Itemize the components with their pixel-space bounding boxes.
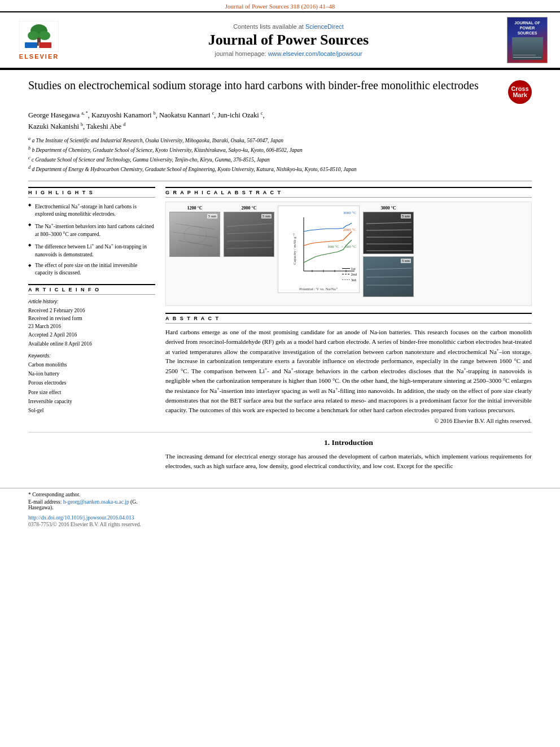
two-column-area: H I G H L I G H T S ◆Electrochemical Na+… [28, 187, 532, 424]
doi-section: http://dx.doi.org/10.1016/j.jpowsour.201… [28, 515, 532, 527]
left-column: H I G H L I G H T S ◆Electrochemical Na+… [28, 187, 155, 424]
svg-line-15 [227, 247, 272, 248]
ga-chart: Capacity / mAh g⁻¹ Potential / V vs. Na/… [278, 206, 360, 293]
received-date: Received 2 February 2016 [28, 306, 155, 315]
svg-line-12 [227, 224, 272, 226]
highlight-item-3: ◆The difference between Li+ and Na+ ion-… [28, 242, 155, 259]
svg-line-14 [227, 241, 272, 241]
article-info-header: A R T I C L E I N F O [28, 284, 155, 295]
sciencedirect-link[interactable]: ScienceDirect [305, 23, 344, 30]
issn-line: 0378-7753/© 2016 Elsevier B.V. All right… [28, 522, 532, 527]
svg-rect-5 [25, 42, 37, 48]
elsevier-logo: ELSEVIER [8, 21, 70, 60]
keyword-6: Sol-gel [28, 406, 155, 415]
journal-cover: JOURNAL OFPOWERSOURCES [507, 17, 552, 63]
article-title-row: Studies on electrochemical sodium storag… [28, 78, 532, 104]
crossmark-badge: CrossMark [508, 80, 532, 104]
svg-rect-6 [39, 42, 51, 48]
citation-text: Journal of Power Sources 318 (2016) 41–4… [225, 3, 335, 10]
elsevier-tree-icon [19, 21, 59, 52]
keywords-list: Carbon monoliths Na-ion battery Porous e… [28, 360, 155, 415]
introduction-text: The increasing demand for electrical ene… [165, 452, 532, 471]
introduction-heading: 1. Introduction [165, 438, 532, 447]
article-content: Studies on electrochemical sodium storag… [0, 70, 560, 424]
top-bar: Journal of Power Sources 318 (2016) 41–4… [0, 0, 560, 11]
highlights-list: ◆Electrochemical Na+-storage in hard car… [28, 202, 155, 278]
graphical-abstract-header: G R A P H I C A L A B S T R A C T [165, 187, 532, 198]
affiliation-d: d d Department of Energy & Hydrocarbon C… [28, 164, 532, 174]
doi-link-line: http://dx.doi.org/10.1016/j.jpowsour.201… [28, 515, 532, 521]
abstract-section: A B S T R A C T Hard carbons emerge as o… [165, 313, 532, 424]
accepted-date: Accepted 2 April 2016 [28, 330, 155, 339]
corresponding-author: * Corresponding author. [28, 492, 155, 497]
doi-link[interactable]: http://dx.doi.org/10.1016/j.jpowsour.201… [28, 515, 134, 521]
received-revised-date: Received in revised form23 March 2016 [28, 315, 155, 330]
ga-image-1200: 1200 °C 5 nm [169, 206, 220, 257]
abstract-text: Hard carbons emerge as one of the most p… [165, 327, 532, 415]
svg-line-27 [366, 268, 412, 269]
svg-line-23 [366, 230, 412, 230]
header-center: Contents lists available at ScienceDirec… [75, 23, 502, 57]
affiliations: a a The Institute of Scientific and Indu… [28, 136, 532, 174]
email-link[interactable]: h-georg@sanken.osaka-u.ac.jp [63, 499, 129, 505]
journal-header: ELSEVIER Contents lists available at Sci… [0, 11, 560, 68]
journal-homepage: journal homepage: www.elsevier.com/locat… [75, 50, 502, 57]
introduction-section: 1. Introduction The increasing demand fo… [0, 433, 560, 471]
keyword-4: Pore size effect [28, 388, 155, 397]
highlight-item-4: ◆The effect of pore size on the initial … [28, 262, 155, 278]
keyword-1: Carbon monoliths [28, 360, 155, 369]
homepage-link[interactable]: www.elsevier.com/locate/jpowsour [268, 50, 362, 57]
journal-title-header: Journal of Power Sources [75, 32, 502, 49]
contents-available: Contents lists available at ScienceDirec… [75, 23, 502, 30]
keyword-3: Porous electrodes [28, 378, 155, 387]
footnotes-section: * Corresponding author. E-mail address: … [0, 488, 560, 533]
email-line: E-mail address: h-georg@sanken.osaka-u.a… [28, 499, 155, 510]
svg-line-28 [366, 277, 412, 277]
cover-title-text: JOURNAL OFPOWERSOURCES [514, 20, 540, 36]
abstract-header: A B S T R A C T [165, 313, 532, 324]
affiliation-b: b b Department of Chemistry, Graduate Sc… [28, 145, 532, 155]
elsevier-label: ELSEVIER [19, 53, 59, 60]
article-separator [28, 181, 532, 181]
crossmark-icon: CrossMark [511, 86, 528, 98]
highlights-section: H I G H L I G H T S ◆Electrochemical Na+… [28, 187, 155, 278]
graphical-abstract-section: G R A P H I C A L A B S T R A C T 1200 °… [165, 187, 532, 306]
highlight-item-2: ◆The Na+-insertion behaviors into hard c… [28, 221, 155, 239]
ga-image-3000: 3000 °C 5 nm 5 nm [363, 206, 414, 297]
highlight-item-1: ◆Electrochemical Na+-storage in hard car… [28, 202, 155, 219]
keywords-label: Keywords: [28, 353, 155, 359]
right-column: G R A P H I C A L A B S T R A C T 1200 °… [165, 187, 532, 424]
article-info-section: A R T I C L E I N F O Article history: R… [28, 284, 155, 415]
ga-image-2000: 2000 °C 5 nm [224, 206, 274, 257]
svg-line-13 [227, 232, 272, 234]
affiliation-a: a a The Institute of Scientific and Indu… [28, 136, 532, 145]
authors-line: George Hasegawa a, *, Kazuyoshi Kanamori… [28, 110, 532, 132]
svg-line-22 [366, 222, 412, 224]
footnotes-left: * Corresponding author. E-mail address: … [28, 492, 155, 510]
highlights-header: H I G H L I G H T S [28, 187, 155, 198]
svg-line-9 [173, 232, 218, 238]
graphical-abstract-images: 1200 °C 5 nm [165, 202, 532, 306]
history-label: Article history: [28, 299, 155, 304]
available-date: Available online 8 April 2016 [28, 339, 155, 348]
keyword-2: Na-ion battery [28, 369, 155, 378]
article-title: Studies on electrochemical sodium storag… [28, 78, 501, 93]
copyright-line: © 2016 Elsevier B.V. All rights reserved… [165, 418, 532, 424]
keyword-5: Irreversible capacity [28, 397, 155, 406]
affiliation-c: c c Graduate School of Science and Techn… [28, 155, 532, 164]
